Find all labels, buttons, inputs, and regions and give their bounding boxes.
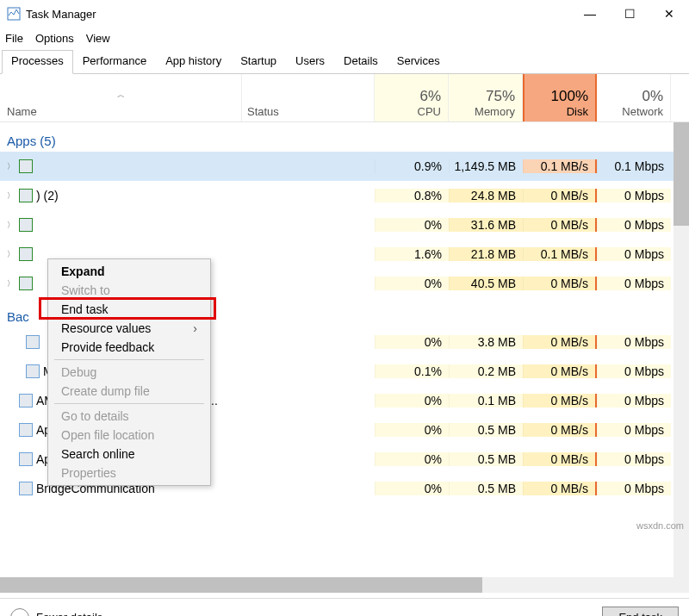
context-menu-item: Open file location xyxy=(49,426,209,445)
col-status[interactable]: Status xyxy=(242,74,375,121)
cpu-cell: 0% xyxy=(375,452,449,466)
memory-cell: 0.5 MB xyxy=(449,482,523,495)
network-cell: 0 Mbps xyxy=(597,482,671,495)
network-cell: 0 Mbps xyxy=(597,277,671,290)
process-icon xyxy=(19,452,33,466)
fewer-details-toggle[interactable]: ︿ Fewer details xyxy=(10,608,102,617)
sort-indicator-icon: ︿ xyxy=(117,90,125,105)
process-icon xyxy=(19,218,33,232)
tab-details[interactable]: Details xyxy=(334,50,388,73)
process-icon xyxy=(19,394,33,408)
network-cell: 0 Mbps xyxy=(597,189,671,202)
horizontal-scrollbar[interactable] xyxy=(0,577,689,593)
table-row[interactable]: 〉) (2)0.8%24.8 MB0 MB/s0 Mbps xyxy=(0,181,689,210)
tab-processes[interactable]: Processes xyxy=(2,50,73,74)
disk-cell: 0 MB/s xyxy=(523,335,597,349)
context-menu-item[interactable]: Expand xyxy=(49,262,209,281)
cpu-cell: 0.8% xyxy=(375,189,449,202)
col-memory[interactable]: 75%Memory xyxy=(449,74,523,121)
minimize-button[interactable]: ― xyxy=(570,0,610,28)
tab-startup[interactable]: Startup xyxy=(231,50,286,73)
cpu-cell: 0.9% xyxy=(375,159,449,173)
cpu-cell: 0% xyxy=(375,423,449,437)
context-menu-item: Go to details xyxy=(49,407,209,426)
cpu-cell: 0% xyxy=(375,277,449,290)
context-menu: ExpandSwitch toEnd taskResource valuesPr… xyxy=(47,258,211,486)
cpu-cell: 0% xyxy=(375,394,449,408)
context-menu-item: Create dump file xyxy=(49,382,209,401)
disk-cell: 0 MB/s xyxy=(523,394,597,408)
process-icon xyxy=(26,364,40,378)
expand-icon[interactable]: 〉 xyxy=(7,278,16,289)
memory-cell: 0.5 MB xyxy=(449,423,523,437)
tab-services[interactable]: Services xyxy=(388,50,450,73)
network-cell: 0 Mbps xyxy=(597,247,671,261)
titlebar: Task Manager ― ☐ ✕ xyxy=(0,0,689,28)
disk-cell: 0 MB/s xyxy=(523,423,597,437)
col-name[interactable]: ︿ Name xyxy=(0,74,242,121)
table-row[interactable]: 〉0%31.6 MB0 MB/s0 Mbps xyxy=(0,210,689,240)
table-row[interactable]: 〉0.9%1,149.5 MB0.1 MB/s0.1 Mbps xyxy=(0,152,689,181)
process-icon xyxy=(19,247,33,261)
memory-cell: 0.5 MB xyxy=(449,452,523,466)
memory-cell: 1,149.5 MB xyxy=(449,159,523,173)
context-menu-item: Properties xyxy=(49,464,209,482)
close-button[interactable]: ✕ xyxy=(649,0,689,28)
memory-cell: 21.8 MB xyxy=(449,247,523,261)
tab-app-history[interactable]: App history xyxy=(156,50,231,73)
process-list: ︿ Name Status 6%CPU 75%Memory 100%Disk 0… xyxy=(0,74,689,577)
col-disk[interactable]: 100%Disk xyxy=(523,74,597,121)
network-cell: 0 Mbps xyxy=(597,452,671,466)
process-icon xyxy=(19,423,33,437)
menu-view[interactable]: View xyxy=(86,32,110,45)
network-cell: 0.1 Mbps xyxy=(597,159,671,173)
disk-cell: 0 MB/s xyxy=(523,189,597,202)
col-cpu[interactable]: 6%CPU xyxy=(375,74,449,121)
vertical-scrollbar[interactable] xyxy=(673,122,689,577)
memory-cell: 31.6 MB xyxy=(449,218,523,232)
menu-options[interactable]: Options xyxy=(35,32,74,45)
disk-cell: 0 MB/s xyxy=(523,452,597,466)
disk-cell: 0.1 MB/s xyxy=(523,159,597,173)
window-title: Task Manager xyxy=(26,8,570,21)
context-menu-item[interactable]: End task xyxy=(49,300,209,319)
process-icon xyxy=(19,482,33,495)
expand-icon[interactable]: 〉 xyxy=(7,190,16,202)
context-menu-item[interactable]: Resource values xyxy=(49,319,209,338)
cpu-cell: 0.1% xyxy=(375,364,449,378)
memory-cell: 40.5 MB xyxy=(449,277,523,290)
process-icon xyxy=(19,159,33,173)
footer-bar: ︿ Fewer details End task xyxy=(0,598,689,616)
context-menu-item[interactable]: Search online xyxy=(49,445,209,464)
end-task-button[interactable]: End task xyxy=(602,607,679,616)
cpu-cell: 0% xyxy=(375,335,449,349)
disk-cell: 0 MB/s xyxy=(523,482,597,495)
disk-cell: 0 MB/s xyxy=(523,277,597,290)
process-icon xyxy=(19,189,33,202)
expand-icon[interactable]: 〉 xyxy=(7,161,16,172)
expand-icon[interactable]: 〉 xyxy=(7,249,16,260)
cpu-cell: 1.6% xyxy=(375,247,449,261)
cpu-cell: 0% xyxy=(375,218,449,232)
expand-icon[interactable]: 〉 xyxy=(7,220,16,231)
context-menu-item: Switch to xyxy=(49,281,209,300)
network-cell: 0 Mbps xyxy=(597,364,671,378)
app-icon xyxy=(7,7,21,21)
network-cell: 0 Mbps xyxy=(597,423,671,437)
col-network[interactable]: 0%Network xyxy=(597,74,671,121)
context-menu-item[interactable]: Provide feedback xyxy=(49,338,209,357)
process-icon xyxy=(26,335,40,349)
memory-cell: 24.8 MB xyxy=(449,189,523,202)
disk-cell: 0 MB/s xyxy=(523,218,597,232)
memory-cell: 3.8 MB xyxy=(449,335,523,349)
menubar: File Options View xyxy=(0,28,689,48)
chevron-up-icon: ︿ xyxy=(10,608,29,617)
group-apps-header[interactable]: Apps (5) xyxy=(0,122,689,152)
tab-performance[interactable]: Performance xyxy=(73,50,156,73)
memory-cell: 0.1 MB xyxy=(449,394,523,408)
disk-cell: 0.1 MB/s xyxy=(523,247,597,261)
maximize-button[interactable]: ☐ xyxy=(610,0,649,28)
tab-users[interactable]: Users xyxy=(286,50,334,73)
tab-strip: Processes Performance App history Startu… xyxy=(0,50,689,74)
menu-file[interactable]: File xyxy=(5,32,23,45)
